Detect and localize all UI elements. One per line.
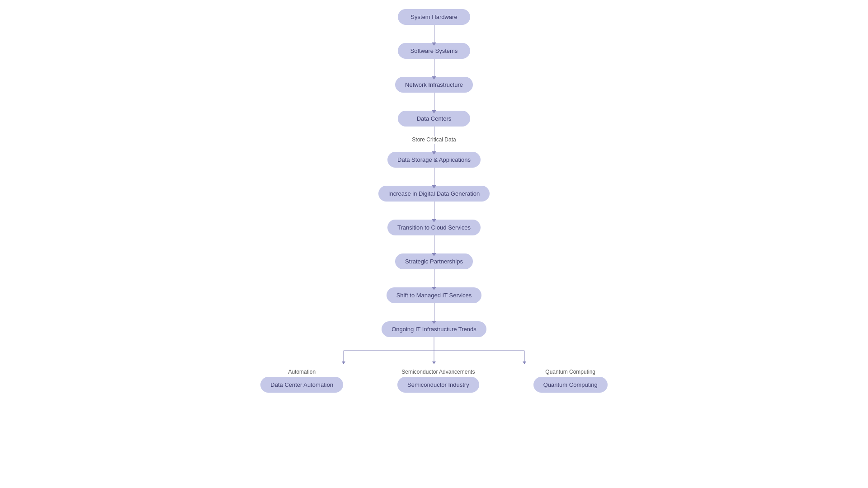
node-quantum-computing: Quantum Computing: [533, 377, 608, 393]
branch-split: Automation Data Center Automation Semico…: [260, 369, 607, 393]
label-store-critical-data: Store Critical Data: [412, 136, 456, 143]
connector-3: [434, 93, 434, 111]
connector-8: [434, 303, 434, 321]
connector-4: [434, 168, 434, 186]
node-data-center-automation: Data Center Automation: [260, 377, 343, 393]
svg-marker-6: [432, 361, 436, 364]
branch-lines-svg: [298, 337, 570, 369]
branch-col-semiconductor: Semiconductor Advancements Semiconductor…: [397, 369, 479, 393]
connector-2: [434, 59, 434, 77]
branch-label-semiconductor-adv: Semiconductor Advancements: [401, 369, 475, 375]
node-system-hardware: System Hardware: [398, 9, 470, 25]
connector-5: [434, 202, 434, 220]
branch-label-quantum-computing: Quantum Computing: [545, 369, 595, 375]
branch-col-quantum: Quantum Computing Quantum Computing: [533, 369, 608, 393]
svg-marker-7: [523, 361, 526, 364]
connector-7: [434, 269, 434, 287]
branch-svg-container: [298, 337, 570, 369]
connector-1: [434, 25, 434, 43]
connector-6: [434, 235, 434, 253]
diagram-container: System Hardware Software Systems Network…: [0, 0, 868, 411]
branch-col-automation: Automation Data Center Automation: [260, 369, 343, 393]
svg-marker-5: [342, 361, 345, 364]
node-semiconductor-industry: Semiconductor Industry: [397, 377, 479, 393]
branch-label-automation: Automation: [288, 369, 316, 375]
